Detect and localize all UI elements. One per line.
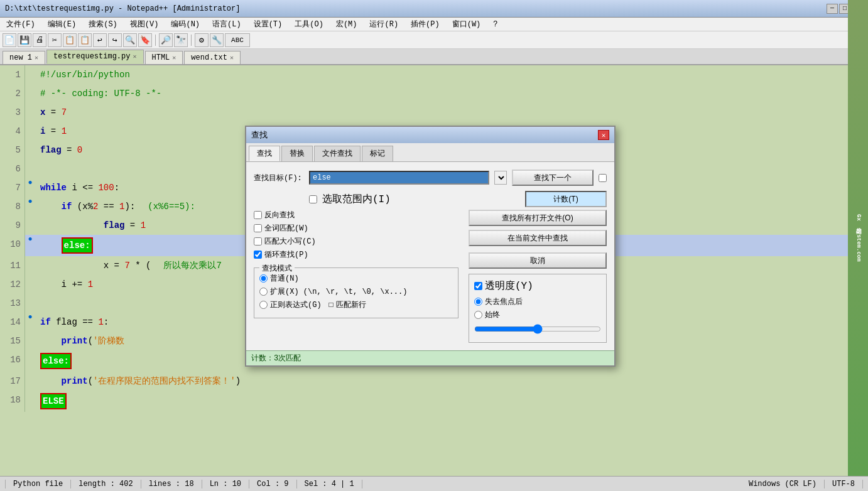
mode-extended-label: 扩展(X) (\n, \r, \t, \0, \x...) (270, 286, 407, 297)
right-buttons: 查找所有打开文件(O) 在当前文件中查找 取消 (469, 210, 607, 269)
dialog-tab-查找[interactable]: 查找 (249, 146, 280, 161)
mode-extended-radio[interactable] (259, 288, 268, 296)
trans-losefocus-radio[interactable] (474, 298, 482, 306)
mode-normal-row: 普通(N) (259, 273, 453, 284)
transparency-losefocus-row: 失去焦点后 (474, 296, 601, 307)
backward-label: 反向查找 (264, 210, 295, 220)
transparency-checkbox[interactable] (474, 282, 482, 290)
mode-extended-row: 扩展(X) (\n, \r, \t, \0, \x...) (259, 286, 453, 297)
trans-always-radio[interactable] (474, 311, 482, 319)
dialog-status: 计数：3次匹配 (246, 350, 614, 365)
matchcase-label: 匹配大小写(C) (264, 236, 316, 247)
in-selection-checkbox[interactable] (309, 195, 317, 203)
trans-losefocus-label: 失去焦点后 (485, 296, 523, 307)
dialog-tab-标记[interactable]: 标记 (362, 146, 393, 161)
cancel-button[interactable]: 取消 (469, 252, 607, 269)
transparency-check2[interactable] (599, 174, 607, 182)
dialog-left-section: 反向查找 全词匹配(W) 匹配大小写(C) 循环查找(P) (254, 210, 458, 343)
find-dialog: 查找 ✕ 查找替换文件查找标记 查找目标(F): ▼ 查找下一个 选取范围内(I… (245, 126, 616, 367)
wholeword-label: 全词匹配(W) (264, 223, 308, 234)
transparency-header: 透明度(Y) (474, 279, 601, 293)
matchcase-checkbox[interactable] (254, 237, 262, 246)
dialog-title-text: 查找 (251, 129, 268, 141)
wholeword-row: 全词匹配(W) (254, 223, 458, 234)
in-selection-row: 选取范围内(I) 计数(T) (309, 191, 607, 207)
dialog-tab-文件查找[interactable]: 文件查找 (314, 146, 361, 161)
dialog-overlay: 查找 ✕ 查找替换文件查找标记 查找目标(F): ▼ 查找下一个 选取范围内(I… (0, 0, 868, 491)
search-label: 查找目标(F): (254, 173, 304, 183)
backward-row: 反向查找 (254, 210, 458, 220)
search-row: 查找目标(F): ▼ 查找下一个 (254, 170, 607, 186)
dialog-tab-bar: 查找替换文件查找标记 (246, 143, 614, 162)
dialog-title: 查找 ✕ (246, 127, 614, 143)
transparency-label: 透明度(Y) (485, 279, 533, 293)
in-selection-label: 选取范围内(I) (322, 193, 391, 206)
backward-checkbox[interactable] (254, 211, 262, 219)
wraparound-row: 循环查找(P) (254, 249, 458, 260)
wraparound-label: 循环查找(P) (264, 249, 308, 260)
dialog-right-section: 查找所有打开文件(O) 在当前文件中查找 取消 透明度(Y) 失去焦点后 (469, 210, 607, 343)
transparency-group: 透明度(Y) 失去焦点后 始终 (469, 274, 607, 343)
mode-normal-label: 普通(N) (270, 273, 299, 284)
dialog-close-button[interactable]: ✕ (598, 130, 609, 140)
transparency-range[interactable] (474, 324, 601, 334)
transparency-slider (474, 324, 601, 337)
find-next-button[interactable]: 查找下一个 (512, 170, 594, 186)
dialog-tab-替换[interactable]: 替换 (281, 146, 313, 161)
wholeword-checkbox[interactable] (254, 224, 262, 232)
dialog-status-text: 计数：3次匹配 (251, 354, 301, 363)
search-mode-group: 查找模式 普通(N) 扩展(X) (\n, \r, \t, \0, \x...)… (254, 267, 458, 318)
count-button[interactable]: 计数(T) (525, 191, 607, 207)
match-newline-label: 匹配新行 (336, 299, 366, 310)
search-mode-title: 查找模式 (259, 263, 295, 274)
mode-regex-label: 正则表达式(G) (270, 299, 322, 310)
find-in-current-button[interactable]: 在当前文件中查找 (469, 230, 607, 246)
transparency-always-row: 始终 (474, 310, 601, 320)
mode-normal-radio[interactable] (259, 274, 268, 283)
find-all-open-button[interactable]: 查找所有打开文件(O) (469, 210, 607, 226)
matchcase-row: 匹配大小写(C) (254, 236, 458, 247)
trans-always-label: 始终 (485, 310, 500, 320)
dialog-section: 反向查找 全词匹配(W) 匹配大小写(C) 循环查找(P) (254, 210, 607, 343)
wraparound-checkbox[interactable] (254, 251, 262, 259)
dialog-body: 查找目标(F): ▼ 查找下一个 选取范围内(I) 计数(T) (246, 162, 614, 350)
search-dropdown[interactable]: ▼ (494, 171, 507, 185)
mode-regex-row: 正则表达式(G) □ 匹配新行 (259, 299, 453, 310)
mode-regex-radio[interactable] (259, 301, 268, 309)
search-input[interactable] (309, 171, 489, 185)
